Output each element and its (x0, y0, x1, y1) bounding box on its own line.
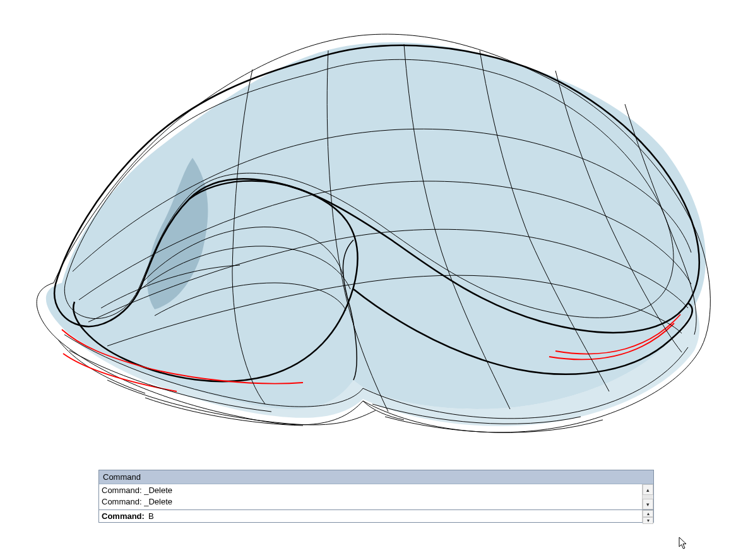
scroll-up-icon[interactable]: ▴ (643, 484, 653, 495)
command-stepper[interactable]: ▴ ▾ (642, 510, 653, 522)
history-line: Command: _Delete (102, 496, 651, 508)
scroll-down-icon[interactable]: ▾ (643, 499, 653, 509)
command-input[interactable] (147, 511, 653, 522)
command-header: Command (99, 470, 653, 484)
command-panel: Command Command: _Delete Command: _Delet… (98, 470, 654, 523)
viewport-3d[interactable] (0, 0, 736, 474)
stepper-down-icon[interactable]: ▾ (643, 517, 653, 524)
command-line[interactable]: Command: ▴ ▾ (99, 510, 653, 522)
command-prompt: Command: (102, 511, 145, 521)
command-history[interactable]: Command: _Delete Command: _Delete ▴ ▾ (99, 484, 653, 510)
nurbs-model (46, 42, 706, 426)
stepper-up-icon[interactable]: ▴ (643, 510, 653, 517)
history-scrollbar[interactable]: ▴ ▾ (642, 484, 653, 509)
history-line: Command: _Delete (102, 485, 651, 496)
mouse-cursor-icon (679, 537, 689, 551)
